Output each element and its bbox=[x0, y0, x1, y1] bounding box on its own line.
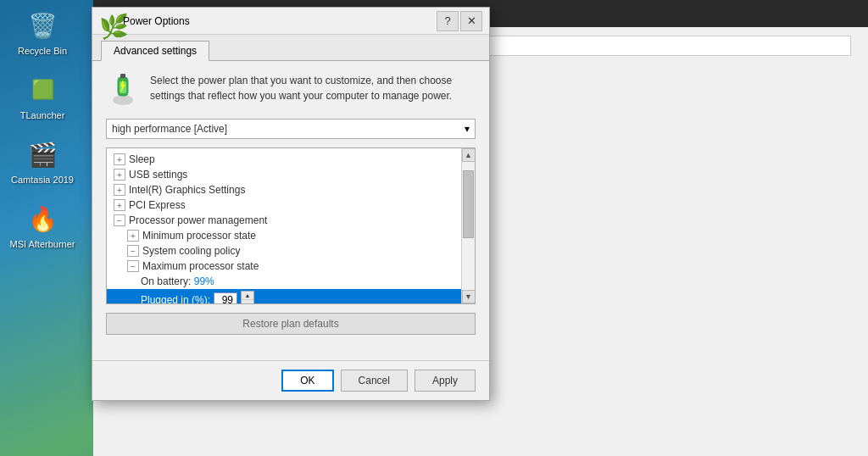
tree-item-pci-label: PCI Express bbox=[129, 199, 186, 211]
tlauncher-label: TLauncher bbox=[20, 110, 65, 120]
expand-max-processor-icon[interactable]: − bbox=[127, 260, 139, 272]
tree-item-plugged-label: Plugged in (%): 99 ▲ ▼ bbox=[141, 291, 254, 303]
svg-point-4 bbox=[113, 95, 133, 105]
plan-select-chevron-icon: ▾ bbox=[465, 123, 470, 135]
scroll-thumb[interactable] bbox=[463, 170, 474, 238]
tree-item-on-battery-label: On battery: 99% bbox=[141, 275, 214, 287]
dialog-intro-icon bbox=[106, 73, 140, 107]
spinner-down-button[interactable]: ▼ bbox=[242, 300, 253, 303]
tree-item-pci[interactable]: + PCI Express bbox=[107, 197, 461, 213]
tree-item-sleep-label: Sleep bbox=[129, 153, 155, 165]
expand-cooling-icon[interactable]: − bbox=[127, 245, 139, 257]
tree-item-min-processor[interactable]: + Minimum processor state bbox=[107, 228, 461, 243]
spinner-display: 99 bbox=[214, 292, 237, 303]
camtasia-label: Camtasia 2019 bbox=[11, 175, 74, 185]
dialog-title: Power Options bbox=[123, 15, 430, 27]
dialog-controls: ? ✕ bbox=[437, 11, 482, 31]
tree-container: + Sleep + USB settings + Intel(R) Graphi… bbox=[106, 147, 476, 304]
tree-item-on-battery[interactable]: On battery: 99% bbox=[107, 274, 461, 289]
desktop-icon-list: 🗑️ Recycle Bin 🟩 TLauncher 🎬 Camtasia 20… bbox=[0, 0, 85, 456]
tab-advanced-settings[interactable]: Advanced settings bbox=[101, 41, 209, 61]
msi-afterburner-label: MSI Afterburner bbox=[9, 239, 75, 249]
expand-pci-icon[interactable]: + bbox=[114, 199, 125, 211]
recycle-bin-icon[interactable]: 🗑️ Recycle Bin bbox=[8, 8, 76, 56]
tree-item-plugged-in[interactable]: Plugged in (%): 99 ▲ ▼ bbox=[107, 289, 461, 303]
tree-item-usb-label: USB settings bbox=[129, 169, 187, 181]
tree-item-processor-label: Processor power management bbox=[129, 214, 267, 226]
cancel-button[interactable]: Cancel bbox=[341, 370, 408, 392]
expand-sleep-icon[interactable]: + bbox=[114, 153, 125, 165]
dialog-intro-text: Select the power plan that you want to c… bbox=[150, 73, 476, 107]
dialog-help-button[interactable]: ? bbox=[437, 11, 459, 31]
tree-item-sleep[interactable]: + Sleep bbox=[107, 152, 461, 167]
dialog-titlebar: 🌿 Power Options ? ✕ bbox=[92, 8, 489, 35]
dialog-close-button[interactable]: ✕ bbox=[460, 11, 482, 31]
tree-item-max-processor[interactable]: − Maximum processor state bbox=[107, 259, 461, 274]
tlauncher-icon[interactable]: 🟩 TLauncher bbox=[8, 73, 76, 120]
tree-item-cooling-label: System cooling policy bbox=[142, 245, 240, 257]
scroll-up-arrow[interactable]: ▲ bbox=[462, 148, 476, 162]
tree-item-max-processor-label: Maximum processor state bbox=[142, 260, 259, 272]
ok-button[interactable]: OK bbox=[281, 370, 333, 392]
tree-item-min-processor-label: Minimum processor state bbox=[142, 230, 256, 242]
restore-plan-defaults-button[interactable]: Restore plan defaults bbox=[106, 313, 476, 335]
spinner-up-button[interactable]: ▲ bbox=[242, 292, 253, 300]
dialog-intro: Select the power plan that you want to c… bbox=[106, 73, 476, 107]
recycle-bin-label: Recycle Bin bbox=[18, 46, 67, 56]
scroll-thumb-track bbox=[462, 162, 475, 290]
expand-processor-icon[interactable]: − bbox=[114, 214, 125, 226]
power-options-dialog: 🌿 Power Options ? ✕ Advanced settings Se… bbox=[92, 7, 490, 401]
tree-item-intel-label: Intel(R) Graphics Settings bbox=[129, 184, 245, 196]
power-options-titlebar-icon: 🌿 bbox=[99, 13, 116, 30]
expand-usb-icon[interactable]: + bbox=[114, 169, 125, 181]
expand-min-processor-icon[interactable]: + bbox=[127, 230, 139, 242]
dialog-body: Select the power plan that you want to c… bbox=[92, 61, 489, 360]
plan-select-value: high performance [Active] bbox=[112, 123, 227, 135]
svg-rect-6 bbox=[120, 74, 125, 78]
tree-item-usb[interactable]: + USB settings bbox=[107, 167, 461, 182]
dialog-footer: OK Cancel Apply bbox=[92, 360, 489, 400]
spinner-buttons[interactable]: ▲ ▼ bbox=[241, 291, 254, 303]
expand-intel-icon[interactable]: + bbox=[114, 184, 125, 196]
tree-scrollbar[interactable]: ▲ ▼ bbox=[461, 148, 475, 303]
tree-list[interactable]: + Sleep + USB settings + Intel(R) Graphi… bbox=[107, 148, 475, 303]
tree-item-intel-graphics[interactable]: + Intel(R) Graphics Settings bbox=[107, 182, 461, 197]
tab-strip: Advanced settings bbox=[92, 35, 489, 61]
scroll-down-arrow[interactable]: ▼ bbox=[462, 290, 476, 303]
tree-item-cooling[interactable]: − System cooling policy bbox=[107, 243, 461, 259]
apply-button[interactable]: Apply bbox=[415, 370, 476, 392]
tree-item-processor[interactable]: − Processor power management bbox=[107, 213, 461, 228]
msi-afterburner-icon[interactable]: 🔥 MSI Afterburner bbox=[8, 202, 76, 249]
plan-select-dropdown[interactable]: high performance [Active] ▾ bbox=[106, 119, 476, 139]
plan-select-row: high performance [Active] ▾ bbox=[106, 119, 476, 139]
camtasia-icon[interactable]: 🎬 Camtasia 2019 bbox=[8, 137, 76, 185]
